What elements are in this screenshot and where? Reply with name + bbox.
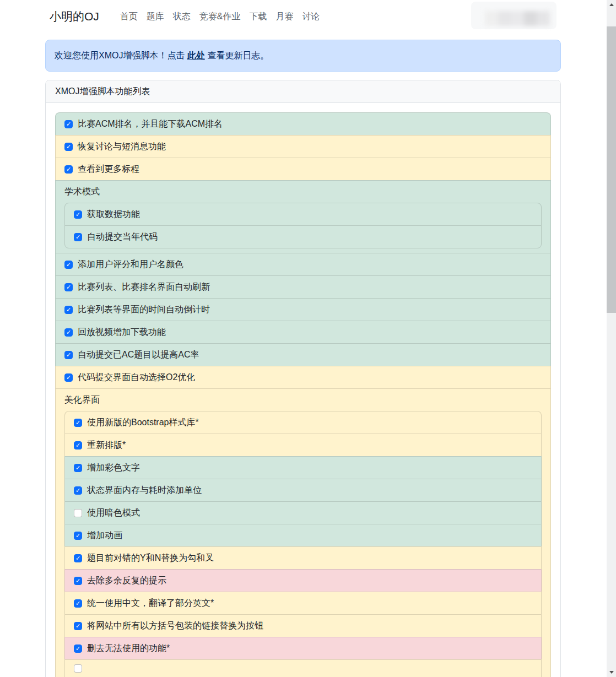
nav-link-4[interactable]: 下载	[245, 7, 272, 27]
feature-label: 查看到更多标程	[78, 163, 139, 176]
feature-item: 恢复讨论与短消息功能	[55, 135, 551, 158]
scrollbar[interactable]	[607, 0, 616, 677]
feature-checkbox[interactable]	[74, 622, 82, 630]
feature-checkbox[interactable]	[74, 486, 82, 495]
feature-item: 比赛列表等界面的时间自动倒计时	[55, 298, 551, 321]
feature-checkbox[interactable]	[74, 210, 82, 219]
navbar: 小明的OJ 首页题库状态竞赛&作业下载月赛讨论	[0, 0, 607, 33]
feature-label: 回放视频增加下载功能	[78, 326, 166, 339]
nav-link-1[interactable]: 题库	[142, 7, 169, 27]
feature-label: 比赛ACM排名，并且能下载ACM排名	[78, 117, 223, 131]
nested-feature-list: 使用新版的Bootstrap样式库*重新排版*增加彩色文字状态界面内存与耗时添加…	[64, 411, 542, 677]
feature-item: 将网站中所有"小明"和"我"关键字替换为"高老师"，所有"小红"替换为"徐师娘"…	[64, 659, 542, 677]
feature-checkbox[interactable]	[64, 306, 73, 314]
feature-checkbox[interactable]	[74, 509, 82, 517]
nav-link-6[interactable]: 讨论	[298, 7, 325, 27]
feature-label: 重新排版*	[87, 438, 126, 452]
nav-link-5[interactable]: 月赛	[272, 7, 298, 27]
feature-label: 获取数据功能	[87, 208, 140, 221]
feature-checkbox[interactable]	[74, 554, 82, 562]
feature-card: XMOJ增强脚本功能列表 比赛ACM排名，并且能下载ACM排名恢复讨论与短消息功…	[45, 80, 561, 677]
feature-item: 增加彩色文字	[64, 456, 542, 479]
user-panel[interactable]	[471, 2, 556, 29]
nested-feature-list: 获取数据功能自动提交当年代码	[64, 203, 542, 248]
feature-item: 获取数据功能	[64, 203, 542, 226]
feature-item: 增加动画	[64, 524, 542, 547]
feature-checkbox[interactable]	[64, 283, 73, 291]
feature-item: 添加用户评分和用户名颜色	[55, 253, 551, 276]
user-info-redacted	[485, 11, 550, 26]
feature-group-label: 美化界面	[64, 393, 542, 407]
feature-label: 自动提交已AC题目以提高AC率	[78, 348, 199, 361]
alert-text-before: 欢迎您使用XMOJ增强脚本！点击	[55, 51, 187, 60]
feature-label: 使用新版的Bootstrap样式库*	[87, 416, 199, 429]
welcome-alert: 欢迎您使用XMOJ增强脚本！点击 此处 查看更新日志。	[45, 40, 561, 72]
feature-label: 比赛列表等界面的时间自动倒计时	[78, 303, 210, 316]
feature-item: 比赛ACM排名，并且能下载ACM排名	[55, 112, 551, 136]
feature-item: 删去无法使用的功能*	[64, 637, 542, 660]
feature-checkbox[interactable]	[64, 165, 73, 174]
feature-group: 美化界面使用新版的Bootstrap样式库*重新排版*增加彩色文字状态界面内存与…	[55, 388, 551, 677]
feature-group-label: 学术模式	[64, 185, 542, 198]
feature-label: 代码提交界面自动选择O2优化	[78, 371, 195, 384]
feature-label: 使用暗色模式	[87, 506, 140, 519]
feature-item: 代码提交界面自动选择O2优化	[55, 366, 551, 389]
feature-checkbox[interactable]	[64, 143, 73, 151]
feature-checkbox[interactable]	[74, 532, 82, 540]
nav-links: 首页题库状态竞赛&作业下载月赛讨论	[116, 7, 325, 27]
feature-checkbox[interactable]	[74, 577, 82, 585]
feature-checkbox[interactable]	[64, 373, 73, 382]
feature-item: 题目前对错的Y和N替换为勾和叉	[64, 546, 542, 570]
feature-checkbox[interactable]	[64, 120, 73, 128]
feature-item: 自动提交当年代码	[64, 225, 542, 248]
feature-label: 增加彩色文字	[87, 461, 140, 474]
feature-item: 查看到更多标程	[55, 158, 551, 181]
feature-list: 比赛ACM排名，并且能下载ACM排名恢复讨论与短消息功能查看到更多标程学术模式获…	[55, 112, 551, 677]
card-title: XMOJ增强脚本功能列表	[46, 80, 560, 103]
feature-checkbox[interactable]	[74, 664, 82, 673]
feature-label: 去除多余反复的提示	[87, 574, 166, 587]
feature-item: 将网站中所有以方括号包装的链接替换为按钮	[64, 614, 542, 637]
feature-checkbox[interactable]	[74, 233, 82, 241]
feature-label: 自动提交当年代码	[87, 230, 158, 243]
feature-item: 去除多余反复的提示	[64, 569, 542, 592]
changelog-link[interactable]: 此处	[187, 51, 205, 60]
feature-label: 题目前对错的Y和N替换为勾和叉	[87, 551, 214, 565]
feature-item: 回放视频增加下载功能	[55, 321, 551, 344]
feature-checkbox[interactable]	[64, 328, 73, 337]
feature-checkbox[interactable]	[64, 351, 73, 359]
feature-label: 删去无法使用的功能*	[87, 642, 170, 655]
feature-item: 使用新版的Bootstrap样式库*	[64, 411, 542, 434]
feature-checkbox[interactable]	[74, 464, 82, 472]
feature-label: 统一使用中文，翻译了部分英文*	[87, 597, 214, 610]
feature-label: 将网站中所有以方括号包装的链接替换为按钮	[87, 619, 263, 632]
card-body: 比赛ACM排名，并且能下载ACM排名恢复讨论与短消息功能查看到更多标程学术模式获…	[46, 103, 560, 677]
feature-checkbox[interactable]	[74, 599, 82, 608]
feature-checkbox[interactable]	[64, 261, 73, 269]
feature-group: 学术模式获取数据功能自动提交当年代码	[55, 180, 551, 253]
feature-label: 添加用户评分和用户名颜色	[78, 258, 183, 271]
scrollbar-thumb[interactable]	[607, 26, 616, 313]
alert-text-after: 查看更新日志。	[205, 51, 269, 60]
feature-label: 状态界面内存与耗时添加单位	[87, 484, 202, 497]
nav-link-2[interactable]: 状态	[169, 7, 195, 27]
feature-checkbox[interactable]	[74, 644, 82, 653]
feature-label: 恢复讨论与短消息功能	[78, 140, 166, 153]
scrollbar-down-arrow-icon[interactable]	[607, 668, 616, 677]
nav-link-3[interactable]: 竞赛&作业	[195, 7, 245, 27]
feature-checkbox[interactable]	[74, 419, 82, 427]
scrollbar-up-arrow-icon[interactable]	[607, 0, 616, 9]
feature-checkbox[interactable]	[74, 441, 82, 449]
feature-item: 统一使用中文，翻译了部分英文*	[64, 592, 542, 615]
feature-item: 自动提交已AC题目以提高AC率	[55, 343, 551, 366]
feature-item: 重新排版*	[64, 434, 542, 457]
feature-label: 比赛列表、比赛排名界面自动刷新	[78, 280, 210, 294]
nav-link-0[interactable]: 首页	[116, 7, 142, 27]
feature-item: 比赛列表、比赛排名界面自动刷新	[55, 275, 551, 299]
feature-item: 状态界面内存与耗时添加单位	[64, 479, 542, 502]
brand[interactable]: 小明的OJ	[50, 9, 99, 24]
feature-label: 增加动画	[87, 529, 122, 542]
feature-item: 使用暗色模式	[64, 501, 542, 524]
